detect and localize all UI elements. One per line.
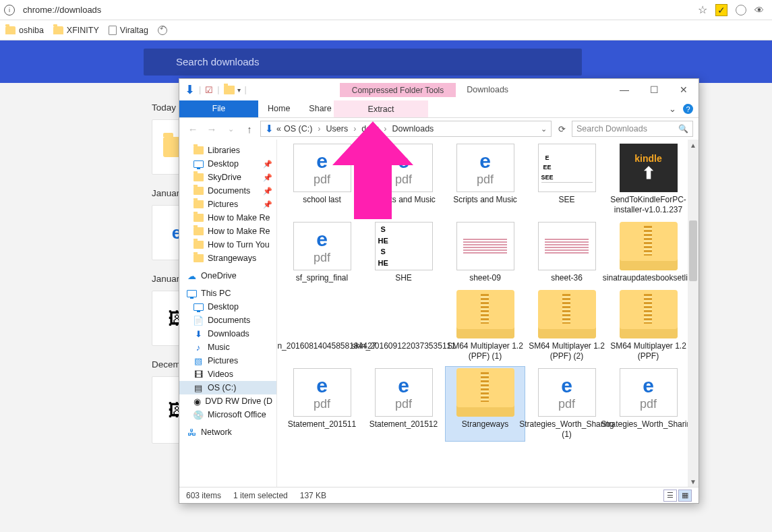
download-arrow-icon[interactable]: ⬇ — [185, 82, 195, 97]
scrollbar-thumb[interactable] — [689, 220, 697, 281]
refresh-button[interactable]: ⟳ — [554, 124, 569, 134]
file-list-pane[interactable]: epdfschool lastepdfScripts and Musicepdf… — [277, 140, 699, 487]
bookmark-item[interactable]: XFINITY — [53, 26, 99, 35]
selection-size: 137 KB — [300, 491, 326, 500]
properties-icon[interactable]: ☑ — [205, 85, 213, 95]
extension-icon[interactable] — [736, 5, 746, 16]
nav-item[interactable]: Documents📌 — [179, 184, 276, 198]
breadcrumb-item[interactable]: OS (C:) — [284, 124, 312, 134]
navigation-pane: LibrariesDesktop📌SkyDrive📌Documents📌Pict… — [179, 140, 277, 487]
breadcrumb-bar[interactable]: ⬇ « OS (C:)› Users› dettr› Downloads ⌄ — [260, 121, 552, 137]
breadcrumb-item[interactable]: Downloads — [392, 124, 434, 134]
file-item[interactable]: epdfStrategies_Worth_Sharing (1) — [527, 367, 606, 441]
url-field[interactable]: chrome://downloads — [19, 2, 694, 18]
tab-home[interactable]: Home — [258, 100, 299, 117]
download-arrow-icon: ⬇ — [265, 123, 274, 135]
search-icon — [153, 56, 165, 68]
nav-item[interactable]: ▧Pictures — [179, 354, 276, 367]
breadcrumb-item[interactable]: Users — [326, 124, 348, 134]
file-item[interactable]: epdfschool last — [283, 142, 361, 216]
nav-item[interactable]: ♪Music — [179, 341, 276, 354]
breadcrumb-dropdown-icon[interactable]: ⌄ — [541, 125, 547, 134]
nav-onedrive[interactable]: ☁OneDrive — [179, 269, 276, 283]
file-item[interactable]: sheet-36 — [527, 220, 606, 285]
bookmark-item[interactable]: Viraltag — [109, 26, 148, 35]
details-view-button[interactable]: ☰ — [663, 490, 677, 502]
file-label: SM64 Multiplayer 1.2 (PPF) — [610, 341, 686, 361]
bookmark-star-icon[interactable]: ☆ — [698, 3, 707, 16]
nav-item[interactable]: 📄Documents — [179, 314, 276, 327]
nav-item[interactable]: Libraries — [179, 144, 276, 157]
nav-item[interactable]: Strangeways — [179, 252, 276, 265]
nav-item[interactable]: 🎞Videos — [179, 367, 276, 381]
site-info-icon[interactable]: i — [4, 5, 15, 16]
file-item[interactable]: SM64 Multiplayer 1.2 (PPF) (2) — [527, 289, 606, 363]
file-item[interactable]: SM64 Multiplayer 1.2 (PPF) — [609, 289, 688, 363]
vertical-scrollbar[interactable]: ▲ ▼ — [688, 140, 699, 487]
folder-icon — [53, 26, 63, 34]
file-item[interactable]: epdfsf_spring_final — [283, 220, 361, 285]
recent-dropdown-icon[interactable]: ⌄ — [222, 125, 239, 134]
qat-dropdown-icon[interactable]: ▾ — [237, 86, 241, 94]
file-label: SHE — [395, 273, 412, 283]
window-titlebar[interactable]: ⬇ | ☑ | ▾ | Compressed Folder Tools Down… — [179, 79, 699, 100]
scroll-down-icon[interactable]: ▼ — [688, 476, 699, 487]
scroll-up-icon[interactable]: ▲ — [688, 140, 699, 150]
nav-item[interactable]: Desktop📌 — [179, 157, 276, 171]
nav-item[interactable]: ◉DVD RW Drive (D — [179, 394, 276, 408]
icons-view-button[interactable]: ▦ — [678, 490, 692, 502]
contextual-tab-header: Compressed Folder Tools — [340, 83, 456, 97]
nav-item[interactable]: SkyDrive📌 — [179, 171, 276, 184]
help-icon[interactable]: ? — [683, 104, 693, 114]
close-button[interactable] — [669, 80, 699, 100]
file-item[interactable]: epdfScripts and Music — [446, 142, 525, 216]
page-icon — [109, 26, 117, 35]
file-item[interactable]: skin_20160814045858184427 — [283, 289, 361, 363]
file-item[interactable]: epdfStatement_201511 — [283, 367, 361, 441]
nav-item[interactable]: Pictures📌 — [179, 198, 276, 211]
ribbon-collapse-icon[interactable]: ⌄ — [669, 104, 676, 114]
search-icon: 🔍 — [678, 124, 688, 134]
nav-item[interactable]: 💿Microsoft Office — [179, 408, 276, 421]
file-item[interactable]: Strangeways — [446, 367, 525, 441]
nav-item[interactable]: How to Make Re — [179, 211, 276, 225]
history-icon[interactable] — [158, 26, 167, 35]
up-button[interactable]: ↑ — [241, 123, 258, 135]
file-item[interactable]: SHESHESHE — [364, 220, 443, 285]
nav-network[interactable]: 🖧Network — [179, 425, 276, 439]
file-item[interactable]: sinatraupdatesbooksetlist — [609, 220, 688, 285]
nav-this-pc[interactable]: This PC — [179, 287, 276, 300]
nav-item[interactable]: ▤OS (C:) — [179, 381, 276, 394]
back-button[interactable]: ← — [185, 123, 201, 135]
status-bar: 603 items 1 item selected 137 KB ☰ ▦ — [179, 487, 699, 503]
search-downloads-field[interactable]: Search downloads — [144, 49, 582, 76]
file-label: Strangeways — [462, 419, 508, 430]
file-item[interactable]: epdfScripts and Music — [364, 142, 443, 216]
norton-extension-icon[interactable]: ✓ — [715, 4, 728, 16]
minimize-button[interactable] — [610, 80, 639, 100]
file-label: school last — [303, 195, 341, 205]
quick-access-toolbar: ⬇ | ☑ | ▾ | — [179, 82, 252, 97]
tab-file[interactable]: File — [179, 100, 258, 117]
bookmark-item[interactable]: oshiba — [5, 26, 44, 35]
file-label: SM64 Multiplayer 1.2 (PPF) (2) — [529, 341, 605, 361]
file-item[interactable]: sheet-09 — [446, 220, 525, 285]
file-item[interactable]: kindle⬆SendToKindleForPC-installer-v1.0.… — [609, 142, 688, 216]
file-label: sheet-36 — [551, 273, 583, 283]
extension-icon[interactable]: 👁 — [754, 5, 764, 16]
nav-item[interactable]: How to Turn You — [179, 238, 276, 252]
maximize-button[interactable] — [639, 80, 669, 100]
file-item[interactable]: SM64 Multiplayer 1.2 (PPF) (1) — [446, 289, 525, 363]
file-label: Scripts and Music — [453, 195, 517, 205]
tab-extract[interactable]: Extract — [334, 100, 428, 117]
file-item[interactable]: skin_2016091220373535111 — [364, 289, 443, 363]
nav-item[interactable]: Desktop — [179, 300, 276, 314]
file-item[interactable]: epdfStatement_201512 — [364, 367, 443, 441]
folder-icon[interactable] — [224, 86, 235, 94]
breadcrumb-item[interactable]: dettr — [361, 124, 378, 134]
file-item[interactable]: epdfStrategies_Worth_Sharing — [609, 367, 688, 441]
nav-item[interactable]: ⬇Downloads — [179, 327, 276, 341]
nav-item[interactable]: How to Make Re — [179, 225, 276, 238]
explorer-search-field[interactable]: Search Downloads 🔍 — [572, 121, 693, 137]
file-item[interactable]: EEESEESEE — [527, 142, 606, 216]
